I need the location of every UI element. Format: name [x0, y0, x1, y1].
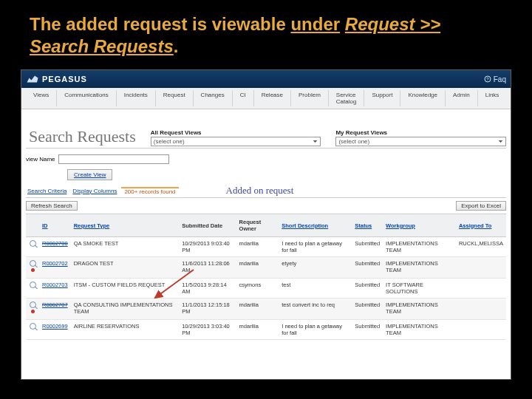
magnifier-icon[interactable] [30, 323, 36, 330]
menu-item-problem[interactable]: Problem [291, 90, 329, 106]
status: Submitted [352, 257, 383, 279]
menu-item-service-catalog[interactable]: Service Catalog [329, 90, 365, 106]
request-id-link[interactable]: R0002703 [39, 279, 71, 299]
assigned-to [456, 299, 506, 320]
status: Submitted [352, 320, 383, 340]
table-row: R0002707QA CONSULTING IMPLEMENTATIONS TE… [26, 299, 506, 320]
chevron-down-icon [498, 139, 503, 144]
menu-item-knowledge[interactable]: Knowledge [400, 90, 446, 106]
col-icon [26, 214, 39, 237]
col-id[interactable]: ID [39, 214, 71, 237]
request-id-link[interactable]: R0002707 [39, 299, 71, 320]
page-title: Search Requests [26, 127, 136, 146]
workgroup: IMPLEMENTATIONS TEAM [383, 257, 456, 279]
request-id-link[interactable]: R0002700 [39, 237, 71, 257]
all-views-label: All Request Views [151, 129, 321, 136]
assigned-to [456, 257, 506, 279]
menu-item-support[interactable]: Support [364, 90, 400, 106]
request-type: QA SMOKE TEST [71, 237, 180, 257]
magnifier-icon[interactable] [30, 260, 36, 267]
request-id-link[interactable]: R0002702 [39, 257, 71, 279]
table-row: R0002699AIRLINE RESERVATIONS10/29/2013 3… [26, 320, 506, 340]
warning-icon [31, 268, 35, 272]
menu-item-ci[interactable]: CI [233, 90, 254, 106]
menu-item-release[interactable]: Release [254, 90, 291, 106]
pegasus-icon [26, 74, 39, 84]
col-workgroup[interactable]: Workgroup [383, 214, 456, 237]
short-description: test convert inc to req [279, 299, 352, 320]
assigned-to [456, 279, 506, 299]
submitted-date: 10/29/2013 9:03:40 PM [179, 237, 236, 257]
request-type: AIRLINE RESERVATIONS [71, 320, 180, 340]
request-owner: mdarilia [236, 299, 279, 320]
request-owner: csymons [236, 279, 279, 299]
status: Submitted [352, 279, 383, 299]
menu-item-communications[interactable]: Communications [57, 90, 117, 106]
col-request-type[interactable]: Request Type [71, 214, 180, 237]
menu-item-request[interactable]: Request [156, 90, 194, 106]
short-description: I need to plan a getaway for fall [279, 237, 352, 257]
faq-link[interactable]: ? Faq [484, 75, 506, 83]
status: Submitted [352, 299, 383, 320]
col-submitted-date: Submitted Date [179, 214, 236, 237]
short-description: test [279, 279, 352, 299]
table-header-row: IDRequest TypeSubmitted DateRequest Owne… [26, 214, 506, 237]
brand-text: PEGASUS [42, 75, 87, 83]
submitted-date: 11/6/2013 11:28:06 AM [179, 257, 236, 279]
workgroup: IT SOFTWARE SOLUTIONS [383, 279, 456, 299]
table-row: R0002703ITSM - CUSTOM FIELDS REQUEST11/5… [26, 279, 506, 299]
menu-item-incidents[interactable]: Incidents [117, 90, 156, 106]
workgroup: IMPLEMENTATIONS TEAM [383, 237, 456, 257]
short-description: I need to plan a getaway for fall [279, 320, 352, 340]
export-excel-button[interactable]: Export to Excel [456, 201, 506, 211]
warning-icon [31, 310, 35, 313]
table-row: R0002702DRAGON TEST11/6/2013 11:28:06 AM… [26, 257, 506, 279]
menu-item-links[interactable]: Links [478, 90, 507, 106]
app-window: PEGASUS ? Faq ViewsCommunicationsInciden… [21, 69, 511, 380]
magnifier-icon[interactable] [30, 240, 36, 247]
annotation-text: Added on request [226, 185, 294, 197]
menu-item-admin[interactable]: Admin [446, 90, 478, 106]
my-views-label: My Request Views [335, 129, 506, 136]
col-request-owner: Request Owner [236, 214, 279, 237]
tab-display-columns[interactable]: Display Columns [71, 187, 118, 195]
request-type: DRAGON TEST [71, 257, 180, 279]
svg-text:?: ? [486, 77, 489, 81]
magnifier-icon[interactable] [30, 282, 36, 288]
request-owner: mdarilia [236, 320, 279, 340]
request-owner: mdarilia [236, 237, 279, 257]
request-type: ITSM - CUSTOM FIELDS REQUEST [71, 279, 180, 299]
short-description: etyety [279, 257, 352, 279]
col-status[interactable]: Status [352, 214, 383, 237]
menu-item-views[interactable]: Views [26, 90, 57, 106]
view-name-label: view Name [26, 156, 55, 163]
view-name-input[interactable] [58, 154, 169, 164]
results-table: IDRequest TypeSubmitted DateRequest Owne… [26, 214, 506, 340]
workgroup: IMPLEMENTATIONS TEAM [383, 299, 456, 320]
request-owner: mdarilia [236, 257, 279, 279]
main-menu: ViewsCommunicationsIncidentsRequestChang… [21, 88, 511, 109]
my-views-select[interactable]: (select one) [335, 137, 506, 146]
workgroup: IMPLEMENTATIONS TEAM [383, 320, 456, 340]
record-count: 200+ records found [121, 187, 178, 195]
app-topbar: PEGASUS ? Faq [21, 70, 511, 88]
create-view-button[interactable]: Create View [67, 169, 112, 180]
magnifier-icon[interactable] [30, 301, 36, 308]
status: Submitted [352, 237, 383, 257]
submitted-date: 11/1/2013 12:15:18 PM [179, 299, 236, 320]
all-views-select[interactable]: (select one) [151, 137, 321, 146]
col-assigned-to[interactable]: Assigned To [456, 214, 506, 237]
tab-search-criteria[interactable]: Search Criteria [26, 187, 68, 195]
refresh-search-button[interactable]: Refresh Search [26, 201, 78, 211]
assigned-to [456, 320, 506, 340]
request-id-link[interactable]: R0002699 [39, 320, 71, 340]
col-short-description[interactable]: Short Description [279, 214, 352, 237]
assigned-to: RUCKL,MELISSA [456, 237, 506, 257]
request-type: QA CONSULTING IMPLEMENTATIONS TEAM [71, 299, 180, 320]
brand-logo: PEGASUS [26, 74, 87, 84]
caption-text: The added request is viewable [30, 14, 290, 34]
menu-item-changes[interactable]: Changes [194, 90, 233, 106]
help-icon: ? [484, 75, 491, 83]
submitted-date: 10/29/2013 3:03:40 PM [179, 320, 236, 340]
caption-under: under [290, 14, 340, 34]
